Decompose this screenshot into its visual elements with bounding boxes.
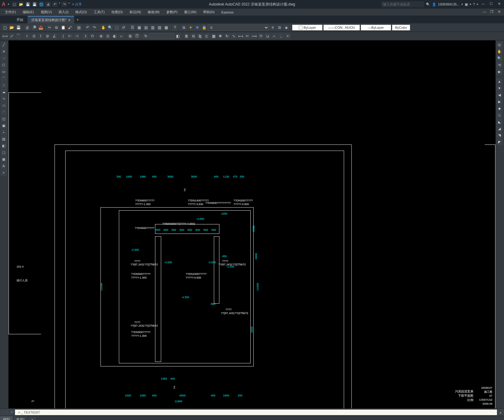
tab-start[interactable]: 开始 [12, 16, 28, 23]
dim-tedit-icon[interactable]: Ⓣ [134, 33, 140, 39]
publish-icon[interactable]: 📤 [38, 24, 44, 31]
nav-pan-icon[interactable]: ✋ [496, 48, 502, 54]
tab-close-icon[interactable]: ✕ [68, 18, 70, 22]
modify-rotate-icon[interactable]: ↻ [224, 33, 230, 39]
drawing-canvas[interactable]: 101-4 设计人员 2008D27 施工图 07 C0007C01 2008.… [9, 40, 495, 408]
vp-right-icon[interactable]: ▶ [496, 99, 502, 105]
dim-radius-icon[interactable]: ⊙ [31, 33, 37, 39]
circle-icon[interactable]: ○ [1, 82, 7, 88]
quickcalc-icon[interactable]: ▩ [163, 24, 169, 31]
menu-tools[interactable]: 工具(T) [91, 9, 108, 15]
xline-icon[interactable]: ✕ [1, 48, 7, 54]
center-mark-icon[interactable]: ⊙ [105, 33, 111, 39]
cmd-close-icon[interactable]: ✕ [10, 410, 13, 414]
layer-prev-icon[interactable]: ≡ [270, 24, 276, 31]
vp-back-icon[interactable]: ◇ [496, 112, 502, 118]
modify-scale-icon[interactable]: ⤡ [231, 33, 237, 39]
modify-array-icon[interactable]: ▦ [210, 33, 217, 39]
layer-lock-icon[interactable]: 🔒 [201, 24, 207, 31]
modify-join-icon[interactable]: ⊔ [264, 33, 271, 39]
menu-draw[interactable]: 绘图(D) [108, 9, 126, 15]
markup-icon[interactable]: ▨ [156, 24, 162, 31]
block-editor-icon[interactable]: ▤ [76, 24, 82, 31]
dim-continue-icon[interactable]: ⊣ [74, 33, 80, 39]
menu-edit[interactable]: 编辑(E) [20, 9, 37, 15]
tolerance-icon[interactable]: ⊕ [98, 33, 104, 39]
revcloud-icon[interactable]: ☁ [1, 89, 7, 95]
dim-ordinate-icon[interactable]: ⊦ [24, 33, 30, 39]
layer-dropdown[interactable]: 0 [208, 24, 269, 31]
plotstyle-dropdown[interactable]: ByColor [392, 24, 410, 31]
share-button[interactable]: ✈ 共享 [72, 2, 82, 7]
arc-icon[interactable]: ⌒ [1, 75, 7, 81]
dim-break-icon[interactable]: ⊓ [89, 33, 95, 39]
menu-insert[interactable]: 插入(I) [55, 9, 71, 15]
properties-icon[interactable]: ☰ [129, 24, 135, 31]
vp-se-icon[interactable]: ◢ [496, 126, 502, 132]
saveas-icon[interactable]: 💾 [32, 2, 37, 7]
doc-restore-button[interactable]: ❐ [489, 10, 495, 15]
minimize-button[interactable]: — [480, 2, 486, 7]
menu-parametric[interactable]: 参数(P) [163, 9, 181, 15]
maximize-button[interactable]: ☐ [488, 2, 494, 7]
open-drawing-icon[interactable]: 📂 [9, 24, 15, 31]
nav-zoom-icon[interactable]: 🔍 [496, 55, 502, 61]
search-input[interactable] [381, 1, 424, 7]
preview-icon[interactable]: 🔎 [31, 24, 37, 31]
menu-modify[interactable]: 修改(M) [145, 9, 163, 15]
dim-baseline-icon[interactable]: ⊢ [67, 33, 73, 39]
dim-style-input[interactable] [150, 33, 174, 39]
paste-icon[interactable]: 📋 [60, 24, 66, 31]
ellipse-arc-icon[interactable]: ◜ [1, 109, 7, 115]
menu-file[interactable]: 文件(F) [2, 9, 19, 15]
linetype-dropdown[interactable]: —— CON...NUOU [323, 24, 360, 31]
dim-update-icon[interactable]: ↻ [143, 33, 149, 39]
line-icon[interactable]: ╱ [1, 42, 7, 48]
doc-minimize-button[interactable]: — [481, 10, 487, 15]
save-icon[interactable]: 💾 [25, 2, 31, 7]
pline-icon[interactable]: ⟋ [1, 55, 7, 61]
dim-space-icon[interactable]: ⫴ [82, 33, 89, 39]
dim-style-icon[interactable]: ◧ [175, 33, 181, 39]
tab-current-file[interactable]: 济南某泵房结构设计图* ✕ [28, 16, 74, 24]
nav-showmotion-icon[interactable]: ▶ [496, 69, 502, 75]
modify-move-icon[interactable]: ✥ [217, 33, 223, 39]
design-center-icon[interactable]: ▦ [136, 24, 142, 31]
tab-add-button[interactable]: + [74, 17, 81, 23]
hatch-icon[interactable]: ▨ [1, 136, 7, 142]
new-icon[interactable]: ▢ [12, 2, 17, 7]
vp-front-icon[interactable]: ◆ [496, 105, 502, 111]
modify-stretch-icon[interactable]: ⟷ [237, 33, 244, 39]
layout-tab-layout1[interactable]: 布局1 [13, 416, 28, 420]
nav-orbit-icon[interactable]: ⟲ [496, 62, 502, 68]
vp-nw-icon[interactable]: ◤ [496, 139, 502, 145]
layer-iso-icon[interactable]: ◈ [283, 24, 289, 31]
vp-sw-icon[interactable]: ◣ [496, 119, 502, 125]
web-icon[interactable]: 🌐 [39, 2, 44, 7]
modify-trim-icon[interactable]: ✂ [244, 33, 250, 39]
layout-tab-add[interactable]: + [28, 417, 36, 420]
modify-mirror-icon[interactable]: ⧎ [197, 33, 203, 39]
dim-quick-icon[interactable]: ⟨ [60, 33, 66, 39]
search-icon[interactable]: 🔍 [426, 2, 430, 6]
color-dropdown[interactable]: ByLayer [292, 24, 323, 31]
close-button[interactable]: ✕ [496, 2, 502, 7]
region-icon[interactable]: ▢ [1, 149, 7, 156]
new-drawing-icon[interactable]: ▢ [2, 24, 8, 31]
match-prop-icon[interactable]: 🖌 [67, 24, 73, 31]
layer-freeze-icon[interactable]: ❄ [194, 24, 200, 31]
menu-view[interactable]: 视图(V) [38, 9, 55, 15]
nav-wheel-icon[interactable]: ◎ [496, 42, 502, 48]
dim-diameter-icon[interactable]: ⊘ [44, 33, 51, 39]
table-icon[interactable]: ▦ [1, 156, 7, 162]
modify-copy-icon[interactable]: ⧉ [190, 33, 196, 39]
make-block-icon[interactable]: ▣ [1, 122, 7, 129]
vp-ne-icon[interactable]: ◥ [496, 132, 502, 138]
zoom-window-icon[interactable]: ⬚ [114, 24, 120, 31]
modify-erase-icon[interactable]: 🗑 [184, 33, 190, 39]
layer-states-icon[interactable]: ☀ [188, 24, 194, 31]
dim-angular-icon[interactable]: ∠ [51, 33, 57, 39]
lineweight-dropdown[interactable]: — ByLayer [361, 24, 391, 31]
polygon-icon[interactable]: ⬠ [1, 62, 7, 68]
plot-icon[interactable]: 🖨 [45, 2, 51, 7]
